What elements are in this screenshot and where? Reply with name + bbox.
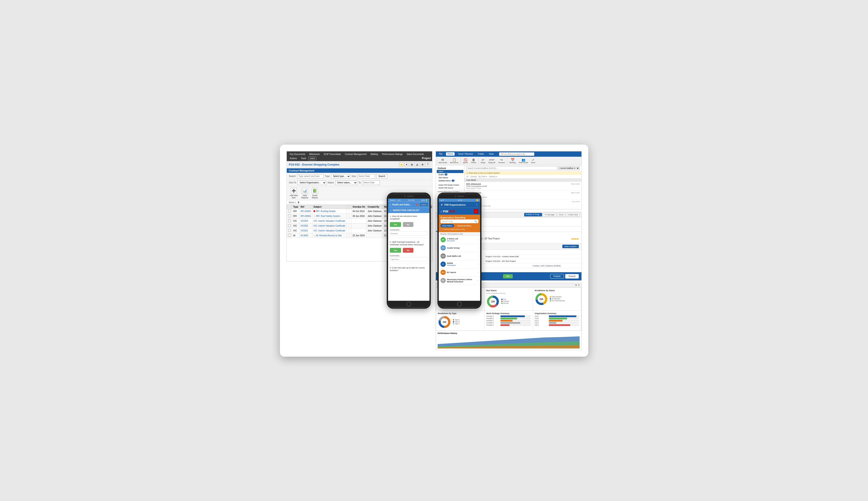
q1-yes-button[interactable]: Yes: [390, 222, 401, 227]
mailbox-search-input[interactable]: [466, 166, 557, 170]
comments-input-2[interactable]: [390, 257, 428, 261]
ol-tab-view[interactable]: View: [488, 152, 495, 156]
list-item[interactable]: DW Dark Walls Ltd. ›: [439, 252, 480, 260]
perf-close-icon[interactable]: ✕: [578, 284, 580, 286]
status-select[interactable]: Select status...: [335, 181, 357, 185]
q1-no-button[interactable]: No: [403, 222, 414, 227]
view-reports-button[interactable]: 📊 View Reports: [300, 187, 309, 199]
list-item[interactable]: AG Austin Group ›: [439, 244, 480, 252]
col-created-by[interactable]: Created By: [366, 205, 383, 209]
new-email-button[interactable]: ✉ New Email: [438, 158, 448, 164]
team-email-button[interactable]: 👥 Team Email: [518, 158, 529, 164]
help-icon[interactable]: ?: [426, 162, 430, 167]
ol-tab-home[interactable]: Home: [446, 152, 454, 156]
pim-done-btn[interactable]: Done: [557, 213, 565, 216]
sidebar-item-inbox[interactable]: Inbox: [437, 170, 463, 173]
more-icon-phone[interactable]: ⋮: [475, 203, 479, 206]
forward-button[interactable]: ↪ Forward: [497, 158, 505, 164]
list-item[interactable]: D Deltek Nottingham ›: [439, 260, 480, 268]
mailbox-select[interactable]: Current Mailbox ▾: [558, 166, 580, 170]
new-items-button[interactable]: 📋 New Items: [449, 158, 459, 164]
add-new-item-button[interactable]: ➕ Add New Item: [289, 187, 299, 199]
nav-bidding[interactable]: Bidding: [369, 152, 380, 156]
email-item-3[interactable]: Tue 11/19 Larry Vaughan Agreement John, …: [464, 200, 581, 208]
email-item-4[interactable]: Tue 11/19 mike fenester Acceptance of ch…: [464, 208, 581, 210]
perf-settings-icon[interactable]: ⚙: [575, 284, 577, 286]
publish-button[interactable]: Publish: [550, 274, 564, 279]
excel-report-button[interactable]: 📗 Excel Report: [311, 187, 319, 199]
nav-key-documents[interactable]: Key Documents: [288, 152, 307, 156]
email-item-1[interactable]: Wed 11/20 Erik Johansson PPM Consultants…: [464, 182, 581, 191]
nav-milestones[interactable]: Milestones: [307, 152, 321, 156]
newest-label[interactable]: Newest ▾: [489, 175, 497, 178]
clear-filters-button[interactable]: Clear Filters: [440, 224, 454, 227]
nav-sales-documents[interactable]: Sales Documents: [405, 152, 426, 156]
all-label[interactable]: All: [466, 175, 469, 178]
back-icon-1[interactable]: ‹: [390, 203, 391, 206]
col-overdue[interactable]: Overdue On: [351, 205, 366, 209]
row-checkbox[interactable]: [287, 223, 292, 228]
sidebar-item-sent[interactable]: Sent Items: [437, 176, 463, 179]
pim-create-new-btn[interactable]: Create New: [566, 213, 580, 216]
internal-only-checkbox[interactable]: [440, 228, 443, 230]
unread-label[interactable]: Unread: [470, 175, 477, 178]
nav-actions[interactable]: Actions: [288, 157, 299, 160]
pim-publish-in-progress-btn[interactable]: Publish In Prog...: [524, 213, 542, 216]
bookmark-icon[interactable]: 🔖: [416, 203, 419, 206]
advanced-filters-button[interactable]: Advanced Filters: [455, 224, 473, 227]
nav-performance-ratings[interactable]: Performance Ratings: [380, 152, 404, 156]
ignore-button[interactable]: 🚫 Ignore: [462, 158, 469, 164]
settings-icon[interactable]: ⚙: [420, 162, 425, 167]
comments-input-1[interactable]: [390, 231, 428, 235]
ol-tab-folder[interactable]: Folder: [476, 152, 485, 156]
home-icon-pim[interactable]: ⌂: [440, 210, 442, 213]
col-ref[interactable]: Ref: [299, 205, 312, 209]
close-icon[interactable]: ✕: [404, 162, 409, 167]
org-search-icon[interactable]: 🔍: [474, 220, 477, 222]
from-date-input[interactable]: [358, 174, 375, 179]
nav-contract-management[interactable]: Contract Management: [343, 152, 369, 156]
new-location-button[interactable]: New Location: [562, 245, 579, 248]
publish-yes-button[interactable]: Yes: [503, 274, 513, 278]
ol-tell-me-input[interactable]: [499, 152, 534, 156]
type-select[interactable]: Select type...: [331, 174, 350, 179]
q2-yes-button[interactable]: Yes: [390, 248, 401, 253]
row-checkbox[interactable]: [287, 209, 292, 214]
row-checkbox[interactable]: [287, 218, 292, 223]
home-button-1[interactable]: [406, 301, 411, 306]
by-date-label[interactable]: By Date ▾: [479, 175, 487, 178]
sidebar-item-deleted[interactable]: Deleted Items 7: [437, 179, 463, 182]
pim-arrow-right[interactable]: ›: [474, 209, 479, 213]
ol-tab-send[interactable]: Send / Receive: [457, 152, 474, 156]
nav-more[interactable]: more: [308, 157, 317, 160]
row-checkbox[interactable]: [287, 233, 292, 238]
list-item[interactable]: AE A Emus Ltd Doncaster ›: [439, 236, 480, 244]
nav-tools[interactable]: Tools: [299, 157, 308, 160]
nav-dlm-transmittals[interactable]: DLM Transmittals: [322, 152, 343, 156]
done-button[interactable]: ✓ Done: [530, 158, 536, 164]
search-input[interactable]: [297, 174, 323, 179]
org-select[interactable]: Select Organisation...: [298, 181, 326, 185]
reply-all-button[interactable]: ↩↩ Reply All: [487, 158, 496, 164]
pim-to-manager-btn[interactable]: To Manager: [543, 213, 557, 216]
meeting-button[interactable]: 📅 Meeting: [508, 158, 516, 164]
grid-icon[interactable]: ⊞: [410, 162, 414, 167]
search-button[interactable]: Search: [376, 174, 387, 179]
sidebar-item-pim-search[interactable]: Deltek PIM Search: [437, 186, 463, 189]
list-item[interactable]: NI Necessary Farmers Untion Mutual Insur…: [439, 276, 480, 285]
q2-no-button[interactable]: No: [403, 248, 414, 253]
close-icon-phone[interactable]: ✕: [440, 203, 443, 206]
sidebar-item-pim-mobile[interactable]: Deltek PIM Mobile Publish: [437, 184, 463, 186]
cancel-button[interactable]: Cancel: [565, 274, 579, 279]
list-item[interactable]: EH EC Harris ›: [439, 268, 480, 276]
reply-button[interactable]: ↩ Reply: [480, 158, 486, 164]
col-subject[interactable]: Subject: [312, 205, 347, 209]
print-icon[interactable]: 🖨: [415, 162, 419, 167]
sidebar-item-drafts[interactable]: Drafts 5: [437, 173, 463, 176]
row-checkbox[interactable]: [287, 228, 292, 233]
star-icon[interactable]: ⭐: [399, 162, 404, 167]
delete-button[interactable]: 🗑 Delete: [470, 158, 477, 164]
to-date-input[interactable]: [362, 181, 380, 185]
row-checkbox[interactable]: [287, 214, 292, 218]
ol-tab-file[interactable]: File: [438, 152, 444, 156]
